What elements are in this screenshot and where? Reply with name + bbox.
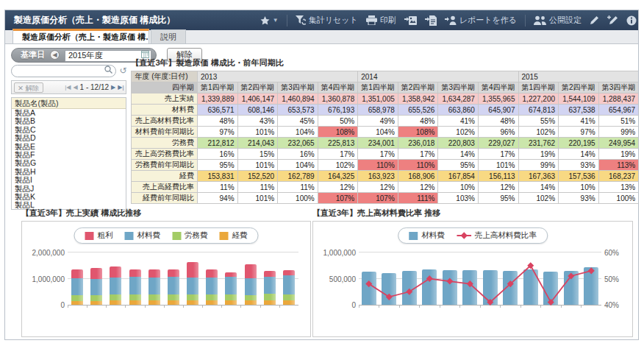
- year-header: 2014: [358, 71, 518, 82]
- bar-segment[interactable]: [90, 295, 102, 301]
- bar-segment[interactable]: [283, 300, 295, 305]
- bar-segment[interactable]: [225, 277, 237, 294]
- stacked-bar[interactable]: [87, 253, 106, 305]
- list-item[interactable]: 製品I: [12, 176, 126, 184]
- first-page-icon[interactable]: |◀: [65, 84, 71, 91]
- year-header: 2013: [198, 71, 358, 82]
- bar-segment[interactable]: [264, 294, 276, 300]
- bar-segment[interactable]: [71, 295, 83, 301]
- export-document-button[interactable]: [425, 15, 437, 26]
- bar-segment[interactable]: [110, 300, 121, 305]
- publish-settings-button[interactable]: 公開設定: [534, 15, 582, 26]
- bar-segment[interactable]: [168, 269, 179, 278]
- bar-segment[interactable]: [110, 294, 121, 300]
- bar-segment[interactable]: [129, 300, 141, 305]
- bar-segment[interactable]: [149, 294, 160, 300]
- bar-segment[interactable]: [110, 266, 121, 278]
- search-input[interactable]: [11, 65, 116, 77]
- bar-segment[interactable]: [283, 270, 295, 276]
- search-icon[interactable]: [104, 66, 112, 74]
- app-window: 製造原価分析（売上・製造原価 構成比） ▼ 集計リセット 印刷: [4, 10, 639, 340]
- bar-segment[interactable]: [264, 300, 276, 305]
- bar-segment[interactable]: [264, 271, 276, 277]
- table-cell: 229,027: [478, 138, 518, 149]
- table-cell: 108%: [398, 127, 438, 138]
- bar-segment[interactable]: [187, 294, 198, 300]
- export-image-button[interactable]: [404, 15, 417, 26]
- bar-segment[interactable]: [283, 275, 295, 294]
- next-page-icon[interactable]: ▶: [111, 84, 115, 91]
- bar-segment[interactable]: [90, 268, 102, 279]
- stacked-bar[interactable]: [260, 253, 279, 305]
- edit-button[interactable]: [590, 15, 599, 25]
- bar-segment[interactable]: [225, 300, 237, 305]
- product-list-header: 製品名(製品): [12, 98, 126, 109]
- table-cell: 102%: [318, 160, 358, 171]
- bar-segment[interactable]: [149, 278, 160, 294]
- bar-segment[interactable]: [206, 278, 218, 294]
- bar-segment[interactable]: [168, 277, 179, 294]
- bar-segment[interactable]: [187, 262, 198, 278]
- bar-segment[interactable]: [206, 294, 218, 300]
- bar-segment[interactable]: [71, 269, 83, 278]
- create-report-button[interactable]: レポートを作る: [445, 15, 517, 26]
- bar-segment[interactable]: [245, 295, 257, 301]
- favorite-button[interactable]: ▼: [260, 16, 279, 25]
- edit-plus-button[interactable]: [607, 15, 618, 25]
- bar-segment[interactable]: [110, 278, 121, 294]
- table-cell: 167,363: [518, 171, 559, 182]
- stacked-bar[interactable]: [183, 253, 202, 305]
- bar-segment[interactable]: [149, 300, 160, 305]
- right-axis-tick-label: 60%: [604, 249, 629, 257]
- bar-segment[interactable]: [245, 300, 257, 305]
- print-button[interactable]: 印刷: [366, 15, 396, 26]
- table-cell: 214,043: [237, 138, 278, 149]
- bar-segment[interactable]: [187, 278, 198, 295]
- bar-segment[interactable]: [206, 300, 218, 305]
- legend-item[interactable]: 労務費: [172, 230, 208, 241]
- bar-segment[interactable]: [245, 264, 257, 278]
- legend-item[interactable]: 粗利: [85, 230, 113, 241]
- reset-aggregation-button[interactable]: 集計リセット: [296, 15, 358, 26]
- legend-item[interactable]: 材料費: [125, 230, 161, 241]
- bar-segment[interactable]: [187, 300, 198, 305]
- table-cell: 156,113: [478, 171, 518, 182]
- legend-item[interactable]: 材料費: [409, 230, 445, 241]
- info-button[interactable]: [626, 15, 637, 26]
- undo-icon[interactable]: ↺: [119, 66, 126, 76]
- legend-item[interactable]: 経費: [220, 230, 248, 241]
- tab-cost-analysis[interactable]: 製造原価分析（売上・製造原価 構…: [12, 29, 149, 43]
- bar-segment[interactable]: [71, 301, 83, 305]
- row-label: 売上高労務費比率: [132, 149, 198, 160]
- list-item[interactable]: 製品D: [12, 134, 126, 142]
- clear-selection-button[interactable]: ✕ 解除: [14, 82, 43, 93]
- stacked-bar[interactable]: [279, 253, 298, 305]
- bar-segment[interactable]: [245, 278, 257, 295]
- stacked-bar[interactable]: [164, 253, 183, 305]
- bar-segment[interactable]: [129, 277, 141, 294]
- last-page-icon[interactable]: ▶|: [118, 84, 124, 91]
- stacked-bar[interactable]: [202, 253, 221, 305]
- bar-segment[interactable]: [168, 300, 179, 305]
- bar-segment[interactable]: [206, 269, 218, 278]
- bar-segment[interactable]: [283, 294, 295, 300]
- bar-segment[interactable]: [90, 301, 102, 305]
- prev-page-icon[interactable]: ◀: [73, 84, 77, 91]
- stacked-bar[interactable]: [106, 253, 125, 305]
- stacked-bar[interactable]: [221, 253, 240, 305]
- bar-segment[interactable]: [129, 294, 141, 300]
- stacked-bar[interactable]: [126, 253, 145, 305]
- bar-segment[interactable]: [168, 294, 179, 300]
- legend-item[interactable]: 売上高材料費比率: [457, 230, 537, 241]
- bar-segment[interactable]: [129, 269, 141, 277]
- tab-description[interactable]: 説明: [151, 29, 186, 43]
- stacked-bar[interactable]: [145, 253, 164, 305]
- table-row: 売上高材料費比率48%43%45%50%49%48%41%48%55%41%51…: [132, 116, 639, 127]
- bar-segment[interactable]: [90, 279, 102, 295]
- bar-segment[interactable]: [225, 294, 237, 300]
- bar-segment[interactable]: [71, 278, 83, 295]
- stacked-bar[interactable]: [68, 253, 87, 305]
- bar-segment[interactable]: [264, 277, 276, 294]
- bar-segment[interactable]: [149, 269, 160, 277]
- stacked-bar[interactable]: [241, 253, 260, 305]
